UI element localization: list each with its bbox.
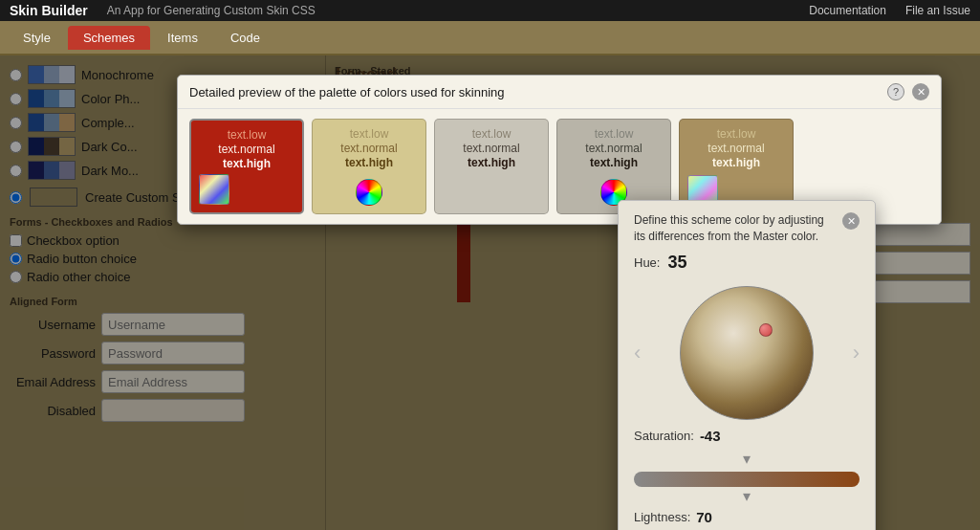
swatch-mini-picker-0 <box>199 174 229 205</box>
color-picker-header: Define this scheme color by adjusting it… <box>634 212 860 245</box>
palette-modal-header: Detailed preview of the palette of color… <box>178 76 941 109</box>
color-sphere-area <box>680 286 814 420</box>
sat-thumb-icon: ▾ <box>743 450 751 468</box>
swatch-text-high-1: text.high <box>345 156 393 169</box>
app-tagline: An App for Generating Custom Skin CSS <box>107 4 316 17</box>
sat-thumb-bottom: ▾ <box>634 487 860 505</box>
lightness-value: 70 <box>696 509 712 525</box>
lightness-label: Lightness: <box>634 510 690 524</box>
swatch-text-normal-4: text.normal <box>708 142 764 155</box>
sat-thumb-top: ▾ <box>634 450 860 468</box>
hue-row: Hue: 35 <box>634 253 860 273</box>
palette-swatch-2[interactable]: text.low text.normal text.high <box>434 119 549 214</box>
swatch-text-low-2: text.low <box>472 127 512 141</box>
swatch-text-high-2: text.high <box>468 156 515 169</box>
tab-items[interactable]: Items <box>152 26 213 50</box>
swatch-texts-3: text.low text.normal text.high <box>585 127 642 169</box>
sat-drag-icon[interactable]: ▾ <box>743 487 751 505</box>
swatch-text-high-4: text.high <box>712 156 760 169</box>
palette-swatch-1[interactable]: text.low text.normal text.high <box>312 119 426 214</box>
saturation-track[interactable] <box>634 472 860 487</box>
swatch-texts-2: text.low text.normal text.high <box>463 127 519 169</box>
hue-value: 35 <box>667 253 686 273</box>
hue-label: Hue: <box>634 255 660 270</box>
sphere-next-arrow[interactable]: › <box>853 341 860 365</box>
saturation-row: Saturation: -43 <box>634 428 860 444</box>
swatch-text-normal-3: text.normal <box>585 142 642 155</box>
swatch-wheel-1 <box>356 179 382 206</box>
swatch-text-normal-0: text.normal <box>218 143 274 156</box>
palette-modal-title: Detailed preview of the palette of color… <box>189 85 505 99</box>
sphere-nav: ‹ › <box>634 278 860 428</box>
swatch-texts-0: text.low text.normal text.high <box>218 128 274 170</box>
color-picker-modal: Define this scheme color by adjusting it… <box>618 200 876 530</box>
palette-modal-close-button[interactable]: ✕ <box>912 83 929 100</box>
color-picker-description: Define this scheme color by adjusting it… <box>634 212 825 245</box>
sphere-prev-arrow[interactable]: ‹ <box>634 341 641 365</box>
palette-swatch-0[interactable]: text.low text.normal text.high <box>189 119 304 214</box>
saturation-value: -43 <box>700 428 721 444</box>
tab-bar: Style Schemes Items Code <box>0 21 980 55</box>
swatch-text-low-1: text.low <box>350 127 389 141</box>
swatch-text-normal-1: text.normal <box>340 142 397 155</box>
app-logo: Skin Builder <box>10 3 88 18</box>
documentation-link[interactable]: Documentation <box>809 4 886 17</box>
swatch-text-low-4: text.low <box>717 127 756 141</box>
modal-overlay: Detailed preview of the palette of color… <box>0 55 980 530</box>
swatch-texts-4: text.low text.normal text.high <box>708 127 764 169</box>
swatch-text-high-3: text.high <box>590 156 638 169</box>
swatch-text-high-0: text.high <box>223 157 271 170</box>
color-sphere[interactable] <box>680 286 814 420</box>
main-area: Monochrome Color Ph... Comple... <box>0 55 980 530</box>
swatch-text-normal-2: text.normal <box>463 142 519 155</box>
tab-schemes[interactable]: Schemes <box>68 26 150 50</box>
lightness-row: Lightness: 70 <box>634 509 860 525</box>
color-picker-close-button[interactable]: ✕ <box>842 212 860 230</box>
nav-links: Documentation File an Issue <box>809 4 970 17</box>
tab-style[interactable]: Style <box>8 26 66 50</box>
file-issue-link[interactable]: File an Issue <box>905 4 970 17</box>
swatch-texts-1: text.low text.normal text.high <box>340 127 397 169</box>
sphere-dot <box>759 323 773 337</box>
tab-code[interactable]: Code <box>215 26 275 50</box>
palette-modal: Detailed preview of the palette of color… <box>177 75 942 225</box>
top-nav: Skin Builder An App for Generating Custo… <box>0 0 980 21</box>
swatch-text-low-0: text.low <box>228 128 267 142</box>
saturation-label: Saturation: <box>634 429 694 443</box>
swatch-text-low-3: text.low <box>595 127 634 141</box>
palette-modal-help-icon[interactable]: ? <box>887 83 904 100</box>
